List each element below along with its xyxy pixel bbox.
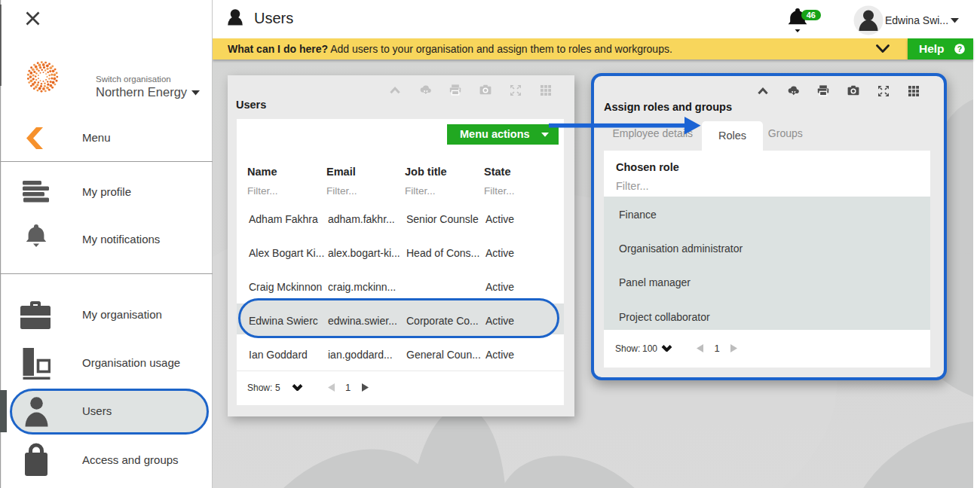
svg-text:?: ? [957,44,962,53]
